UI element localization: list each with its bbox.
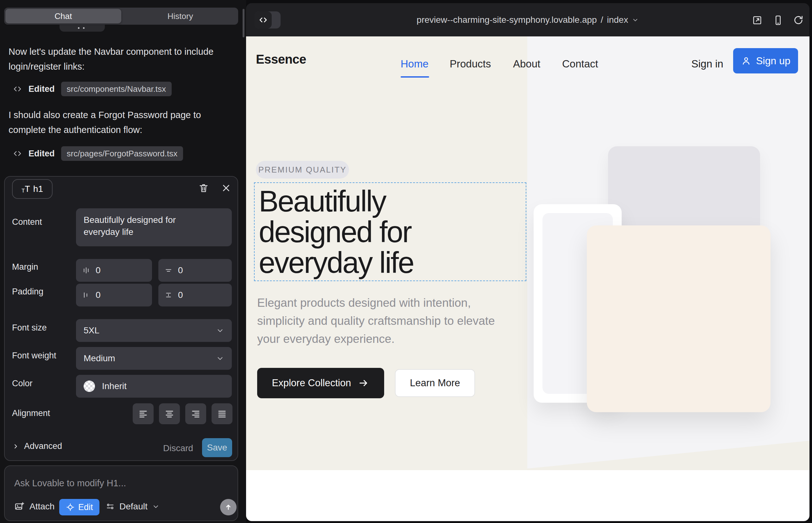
tab-chat[interactable]: Chat <box>5 9 121 23</box>
align-left-button[interactable] <box>133 403 154 424</box>
margin-x-input[interactable]: 0 <box>76 259 152 282</box>
type-icon: TT <box>21 185 30 194</box>
composer-input[interactable]: Ask Lovable to modify H1... <box>14 478 126 488</box>
headline-line: Beautifully <box>259 186 413 217</box>
code-icon <box>13 149 22 158</box>
sign-up-label: Sign up <box>756 55 791 67</box>
chat-sidebar: Chat History Now let's update the Navbar… <box>0 0 246 523</box>
edited-file-chip[interactable]: src/components/Navbar.tsx <box>61 82 172 96</box>
tab-history[interactable]: History <box>123 7 239 25</box>
model-selector[interactable]: Default <box>105 502 160 511</box>
site-logo[interactable]: Essence <box>256 52 306 67</box>
content-textarea[interactable]: Beautifully designed for everyday life <box>76 208 232 246</box>
edited-label: Edited <box>29 149 55 159</box>
padding-y-input[interactable]: 0 <box>158 284 232 306</box>
open-in-new-tab-icon[interactable] <box>752 15 763 26</box>
close-icon[interactable] <box>221 182 231 194</box>
cta-primary-label: Explore Collection <box>272 377 351 389</box>
arrow-up-icon <box>224 502 233 512</box>
explore-collection-button[interactable]: Explore Collection <box>257 368 384 398</box>
preview-url: preview--charming-site-symphony.lovable.… <box>417 15 597 25</box>
attach-button[interactable]: Attach <box>14 502 54 511</box>
dot-icon <box>83 27 85 29</box>
element-tag-pill: TT h1 <box>12 179 53 199</box>
nav-link-home[interactable]: Home <box>401 58 428 70</box>
preview-toolbar: preview--charming-site-symphony.lovable.… <box>246 3 810 36</box>
color-label: Color <box>12 379 33 389</box>
url-bar[interactable]: preview--charming-site-symphony.lovable.… <box>246 3 810 36</box>
align-center-button[interactable] <box>159 403 180 424</box>
code-icon <box>13 84 22 94</box>
chevron-down-icon <box>632 16 639 23</box>
sign-up-button[interactable]: Sign up <box>733 48 798 73</box>
arrow-right-icon <box>358 377 369 389</box>
page-selector[interactable]: index <box>607 15 628 25</box>
align-right-icon <box>191 409 200 418</box>
content-label: Content <box>12 217 42 227</box>
headline-line: everyday life <box>259 247 413 278</box>
url-separator: / <box>601 15 603 25</box>
sign-in-link[interactable]: Sign in <box>691 58 723 70</box>
align-center-icon <box>165 409 174 418</box>
align-justify-icon <box>217 409 227 418</box>
discard-button[interactable]: Discard <box>163 443 193 453</box>
element-editor-panel: TT h1 Content Beautifully designed for e… <box>4 176 238 461</box>
align-right-button[interactable] <box>185 403 206 424</box>
padding-horizontal-icon <box>82 291 90 299</box>
element-tag: h1 <box>33 184 43 194</box>
padding-vertical-icon <box>165 291 172 299</box>
assistant-message: I should also create a Forgot Password p… <box>8 108 234 138</box>
target-icon <box>66 502 75 512</box>
delete-element-icon[interactable] <box>198 182 209 194</box>
font-weight-select[interactable]: Medium <box>76 347 232 370</box>
hero-badge: PREMIUM QUALITY <box>256 161 349 179</box>
edit-mode-button[interactable]: Edit <box>59 499 100 516</box>
margin-vertical-icon <box>165 267 172 274</box>
edited-label: Edited <box>29 84 55 94</box>
nav-link-contact[interactable]: Contact <box>562 58 598 70</box>
nav-link-products[interactable]: Products <box>450 58 491 70</box>
margin-label: Margin <box>12 262 38 272</box>
mobile-view-icon[interactable] <box>772 14 784 26</box>
headline-line: designed for <box>259 217 413 247</box>
chevron-down-icon <box>216 326 224 335</box>
chat-composer: Ask Lovable to modify H1... Attach Edit <box>4 465 238 521</box>
margin-y-input[interactable]: 0 <box>158 259 232 282</box>
advanced-toggle[interactable]: Advanced <box>12 441 62 451</box>
chevron-down-icon <box>216 354 224 362</box>
font-size-label: Font size <box>12 323 47 333</box>
sidebar-tabbar: Chat History <box>4 7 238 25</box>
chevron-down-icon <box>152 503 160 510</box>
margin-horizontal-icon <box>82 267 90 274</box>
padding-label: Padding <box>12 287 43 296</box>
learn-more-button[interactable]: Learn More <box>395 369 475 397</box>
sliders-icon <box>105 502 115 511</box>
site-preview: Essence Home Products About Contact Sign… <box>246 36 810 521</box>
model-label: Default <box>119 502 147 511</box>
save-button[interactable]: Save <box>202 438 232 457</box>
edited-file-row: Edited src/components/Navbar.tsx <box>13 82 172 96</box>
lovable-app-window: Chat History Now let's update the Navbar… <box>0 0 812 523</box>
attach-label: Attach <box>30 502 54 511</box>
nav-link-about[interactable]: About <box>513 58 540 70</box>
padding-x-input[interactable]: 0 <box>76 284 152 306</box>
send-button[interactable] <box>220 499 236 516</box>
align-left-icon <box>138 409 148 418</box>
chevron-right-icon <box>12 443 20 450</box>
refresh-icon[interactable] <box>793 15 804 26</box>
color-swatch <box>84 381 95 392</box>
font-weight-label: Font weight <box>12 351 56 361</box>
sidebar-scrollbar[interactable] <box>243 9 245 37</box>
font-size-select[interactable]: 5XL <box>76 319 232 342</box>
hero-headline[interactable]: Beautifully designed for everyday life <box>259 186 413 278</box>
alignment-label: Alignment <box>12 409 50 418</box>
dot-icon <box>78 27 80 29</box>
color-select[interactable]: Inherit <box>76 375 232 398</box>
edited-file-chip[interactable]: src/pages/ForgotPassword.tsx <box>61 146 183 161</box>
nav-active-underline <box>401 76 429 77</box>
edit-label: Edit <box>78 502 93 512</box>
edited-file-row: Edited src/pages/ForgotPassword.tsx <box>13 146 183 161</box>
align-justify-button[interactable] <box>212 403 232 424</box>
user-icon <box>741 55 752 66</box>
hero-paragraph: Elegant products designed with intention… <box>257 294 514 348</box>
